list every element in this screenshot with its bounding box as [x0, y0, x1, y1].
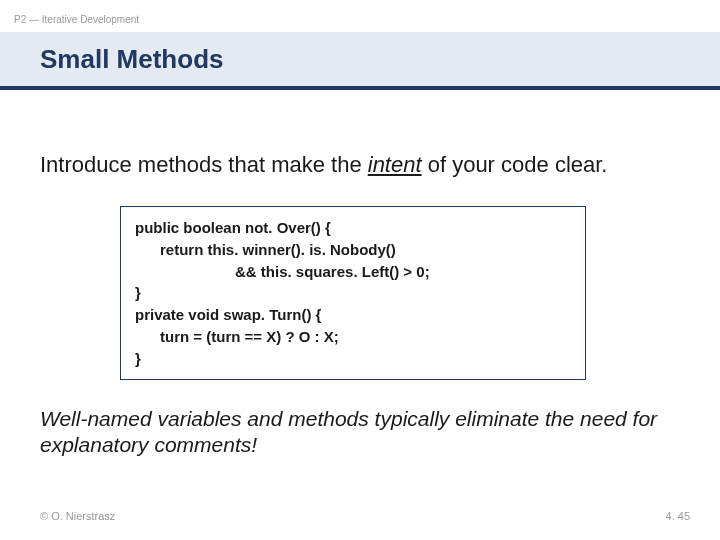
code-line: private void swap. Turn() { — [135, 304, 571, 326]
slide-title: Small Methods — [40, 44, 223, 75]
title-underline — [0, 86, 720, 90]
title-band: Small Methods — [0, 32, 720, 86]
lead-after: of your code clear. — [422, 152, 608, 177]
code-line: && this. squares. Left() > 0; — [135, 261, 571, 283]
page-number: 4. 45 — [666, 510, 690, 522]
code-line: } — [135, 348, 571, 370]
lead-text: Introduce methods that make the intent o… — [40, 152, 680, 178]
lead-emphasis: intent — [368, 152, 422, 177]
code-line: turn = (turn == X) ? O : X; — [135, 326, 571, 348]
lead-before: Introduce methods that make the — [40, 152, 368, 177]
breadcrumb: P2 — Iterative Development — [14, 14, 139, 25]
code-line: } — [135, 282, 571, 304]
conclusion-text: Well-named variables and methods typical… — [40, 406, 680, 459]
code-line: return this. winner(). is. Nobody() — [135, 239, 571, 261]
code-line: public boolean not. Over() { — [135, 217, 571, 239]
code-box: public boolean not. Over() { return this… — [120, 206, 586, 380]
copyright-text: © O. Nierstrasz — [40, 510, 115, 522]
